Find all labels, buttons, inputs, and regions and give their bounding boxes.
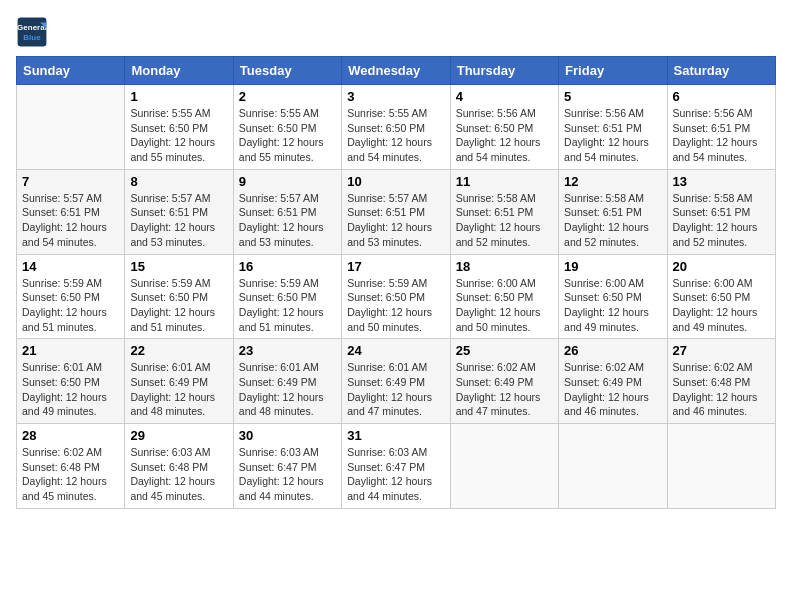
weekday-header: Tuesday — [233, 57, 341, 85]
day-info: Sunrise: 5:57 AM Sunset: 6:51 PM Dayligh… — [22, 191, 119, 250]
calendar-week-row: 1Sunrise: 5:55 AM Sunset: 6:50 PM Daylig… — [17, 85, 776, 170]
day-number: 4 — [456, 89, 553, 104]
day-number: 18 — [456, 259, 553, 274]
day-info: Sunrise: 5:57 AM Sunset: 6:51 PM Dayligh… — [130, 191, 227, 250]
day-number: 25 — [456, 343, 553, 358]
calendar-week-row: 7Sunrise: 5:57 AM Sunset: 6:51 PM Daylig… — [17, 169, 776, 254]
day-number: 17 — [347, 259, 444, 274]
calendar-cell: 28Sunrise: 6:02 AM Sunset: 6:48 PM Dayli… — [17, 424, 125, 509]
calendar-cell: 9Sunrise: 5:57 AM Sunset: 6:51 PM Daylig… — [233, 169, 341, 254]
day-info: Sunrise: 5:58 AM Sunset: 6:51 PM Dayligh… — [564, 191, 661, 250]
day-number: 21 — [22, 343, 119, 358]
day-info: Sunrise: 6:01 AM Sunset: 6:50 PM Dayligh… — [22, 360, 119, 419]
calendar-body: 1Sunrise: 5:55 AM Sunset: 6:50 PM Daylig… — [17, 85, 776, 509]
calendar-week-row: 21Sunrise: 6:01 AM Sunset: 6:50 PM Dayli… — [17, 339, 776, 424]
day-number: 29 — [130, 428, 227, 443]
day-info: Sunrise: 6:01 AM Sunset: 6:49 PM Dayligh… — [130, 360, 227, 419]
calendar-cell: 22Sunrise: 6:01 AM Sunset: 6:49 PM Dayli… — [125, 339, 233, 424]
calendar-cell — [17, 85, 125, 170]
day-info: Sunrise: 5:55 AM Sunset: 6:50 PM Dayligh… — [130, 106, 227, 165]
day-info: Sunrise: 6:02 AM Sunset: 6:48 PM Dayligh… — [673, 360, 770, 419]
calendar-cell: 11Sunrise: 5:58 AM Sunset: 6:51 PM Dayli… — [450, 169, 558, 254]
calendar-cell: 6Sunrise: 5:56 AM Sunset: 6:51 PM Daylig… — [667, 85, 775, 170]
calendar-cell: 25Sunrise: 6:02 AM Sunset: 6:49 PM Dayli… — [450, 339, 558, 424]
day-info: Sunrise: 6:01 AM Sunset: 6:49 PM Dayligh… — [239, 360, 336, 419]
calendar-cell: 18Sunrise: 6:00 AM Sunset: 6:50 PM Dayli… — [450, 254, 558, 339]
weekday-header: Sunday — [17, 57, 125, 85]
calendar-week-row: 28Sunrise: 6:02 AM Sunset: 6:48 PM Dayli… — [17, 424, 776, 509]
calendar-cell: 21Sunrise: 6:01 AM Sunset: 6:50 PM Dayli… — [17, 339, 125, 424]
day-info: Sunrise: 6:01 AM Sunset: 6:49 PM Dayligh… — [347, 360, 444, 419]
day-info: Sunrise: 5:56 AM Sunset: 6:50 PM Dayligh… — [456, 106, 553, 165]
calendar-cell: 16Sunrise: 5:59 AM Sunset: 6:50 PM Dayli… — [233, 254, 341, 339]
day-number: 23 — [239, 343, 336, 358]
day-number: 1 — [130, 89, 227, 104]
day-number: 19 — [564, 259, 661, 274]
day-info: Sunrise: 6:03 AM Sunset: 6:48 PM Dayligh… — [130, 445, 227, 504]
day-info: Sunrise: 5:55 AM Sunset: 6:50 PM Dayligh… — [239, 106, 336, 165]
day-info: Sunrise: 6:02 AM Sunset: 6:48 PM Dayligh… — [22, 445, 119, 504]
calendar-cell: 31Sunrise: 6:03 AM Sunset: 6:47 PM Dayli… — [342, 424, 450, 509]
calendar-cell: 24Sunrise: 6:01 AM Sunset: 6:49 PM Dayli… — [342, 339, 450, 424]
weekday-header: Thursday — [450, 57, 558, 85]
day-number: 3 — [347, 89, 444, 104]
day-number: 16 — [239, 259, 336, 274]
day-number: 8 — [130, 174, 227, 189]
calendar-table: SundayMondayTuesdayWednesdayThursdayFrid… — [16, 56, 776, 509]
calendar-cell — [559, 424, 667, 509]
weekday-header: Saturday — [667, 57, 775, 85]
day-info: Sunrise: 6:02 AM Sunset: 6:49 PM Dayligh… — [564, 360, 661, 419]
calendar-cell — [450, 424, 558, 509]
day-number: 15 — [130, 259, 227, 274]
calendar-cell: 26Sunrise: 6:02 AM Sunset: 6:49 PM Dayli… — [559, 339, 667, 424]
day-info: Sunrise: 6:03 AM Sunset: 6:47 PM Dayligh… — [239, 445, 336, 504]
page-header: General Blue — [16, 16, 776, 48]
calendar-week-row: 14Sunrise: 5:59 AM Sunset: 6:50 PM Dayli… — [17, 254, 776, 339]
day-info: Sunrise: 5:56 AM Sunset: 6:51 PM Dayligh… — [564, 106, 661, 165]
calendar-cell: 19Sunrise: 6:00 AM Sunset: 6:50 PM Dayli… — [559, 254, 667, 339]
day-number: 5 — [564, 89, 661, 104]
calendar-cell: 5Sunrise: 5:56 AM Sunset: 6:51 PM Daylig… — [559, 85, 667, 170]
day-info: Sunrise: 5:57 AM Sunset: 6:51 PM Dayligh… — [239, 191, 336, 250]
day-number: 20 — [673, 259, 770, 274]
calendar-cell: 20Sunrise: 6:00 AM Sunset: 6:50 PM Dayli… — [667, 254, 775, 339]
day-info: Sunrise: 6:00 AM Sunset: 6:50 PM Dayligh… — [673, 276, 770, 335]
logo-icon: General Blue — [16, 16, 48, 48]
calendar-cell — [667, 424, 775, 509]
calendar-cell: 1Sunrise: 5:55 AM Sunset: 6:50 PM Daylig… — [125, 85, 233, 170]
day-info: Sunrise: 6:00 AM Sunset: 6:50 PM Dayligh… — [564, 276, 661, 335]
calendar-cell: 27Sunrise: 6:02 AM Sunset: 6:48 PM Dayli… — [667, 339, 775, 424]
calendar-cell: 23Sunrise: 6:01 AM Sunset: 6:49 PM Dayli… — [233, 339, 341, 424]
day-info: Sunrise: 5:56 AM Sunset: 6:51 PM Dayligh… — [673, 106, 770, 165]
calendar-cell: 3Sunrise: 5:55 AM Sunset: 6:50 PM Daylig… — [342, 85, 450, 170]
weekday-header: Monday — [125, 57, 233, 85]
day-info: Sunrise: 5:57 AM Sunset: 6:51 PM Dayligh… — [347, 191, 444, 250]
day-number: 24 — [347, 343, 444, 358]
calendar-cell: 17Sunrise: 5:59 AM Sunset: 6:50 PM Dayli… — [342, 254, 450, 339]
day-number: 30 — [239, 428, 336, 443]
svg-text:Blue: Blue — [23, 33, 41, 42]
day-number: 9 — [239, 174, 336, 189]
day-number: 14 — [22, 259, 119, 274]
calendar-cell: 13Sunrise: 5:58 AM Sunset: 6:51 PM Dayli… — [667, 169, 775, 254]
day-number: 11 — [456, 174, 553, 189]
calendar-cell: 4Sunrise: 5:56 AM Sunset: 6:50 PM Daylig… — [450, 85, 558, 170]
calendar-cell: 12Sunrise: 5:58 AM Sunset: 6:51 PM Dayli… — [559, 169, 667, 254]
day-number: 6 — [673, 89, 770, 104]
day-info: Sunrise: 5:59 AM Sunset: 6:50 PM Dayligh… — [22, 276, 119, 335]
day-number: 31 — [347, 428, 444, 443]
day-number: 22 — [130, 343, 227, 358]
weekday-header: Wednesday — [342, 57, 450, 85]
day-info: Sunrise: 5:59 AM Sunset: 6:50 PM Dayligh… — [130, 276, 227, 335]
day-number: 12 — [564, 174, 661, 189]
day-info: Sunrise: 6:02 AM Sunset: 6:49 PM Dayligh… — [456, 360, 553, 419]
weekday-header: Friday — [559, 57, 667, 85]
calendar-cell: 29Sunrise: 6:03 AM Sunset: 6:48 PM Dayli… — [125, 424, 233, 509]
logo: General Blue — [16, 16, 48, 48]
day-info: Sunrise: 6:03 AM Sunset: 6:47 PM Dayligh… — [347, 445, 444, 504]
calendar-cell: 8Sunrise: 5:57 AM Sunset: 6:51 PM Daylig… — [125, 169, 233, 254]
day-info: Sunrise: 6:00 AM Sunset: 6:50 PM Dayligh… — [456, 276, 553, 335]
day-info: Sunrise: 5:59 AM Sunset: 6:50 PM Dayligh… — [347, 276, 444, 335]
calendar-cell: 14Sunrise: 5:59 AM Sunset: 6:50 PM Dayli… — [17, 254, 125, 339]
day-number: 28 — [22, 428, 119, 443]
